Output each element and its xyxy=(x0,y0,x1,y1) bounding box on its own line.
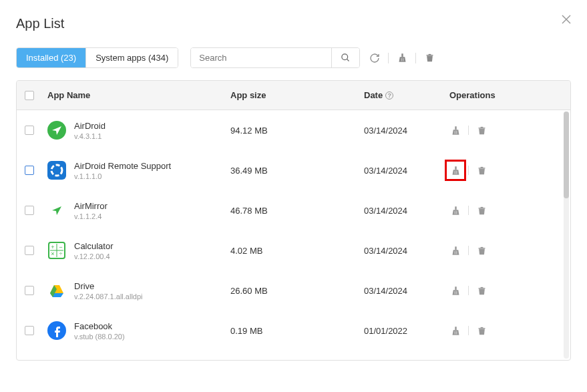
svg-rect-15 xyxy=(47,161,66,180)
app-version: v.4.3.1.1 xyxy=(74,132,106,140)
app-date: 01/01/2022 xyxy=(364,326,449,336)
close-button[interactable] xyxy=(562,15,571,24)
table-header: App Name App size Date? Operations xyxy=(17,81,570,110)
svg-line-3 xyxy=(347,59,349,61)
app-size: 94.12 MB xyxy=(230,126,364,136)
app-name: AirDroid xyxy=(74,121,106,131)
clear-cache-row-button[interactable] xyxy=(449,204,461,216)
app-date: 03/14/2024 xyxy=(364,286,449,296)
app-icon: +−×÷ xyxy=(47,241,66,260)
delete-button[interactable] xyxy=(423,51,436,65)
refresh-button[interactable] xyxy=(368,51,381,65)
row-checkbox[interactable] xyxy=(25,286,34,295)
broom-icon xyxy=(451,246,461,256)
app-version: v.stub (88.0.20) xyxy=(74,333,125,341)
app-icon xyxy=(47,321,66,340)
app-name: Facebook xyxy=(74,321,125,331)
table-row: Drive v.2.24.087.1.all.alldpi 26.60 MB 0… xyxy=(17,270,570,311)
header-date[interactable]: Date? xyxy=(364,90,449,100)
row-checkbox[interactable] xyxy=(25,246,34,255)
table-row: AirDroid Remote Support v.1.1.1.0 36.49 … xyxy=(17,150,570,190)
clear-cache-row-button[interactable] xyxy=(449,124,461,136)
trash-icon xyxy=(477,126,487,136)
svg-rect-43 xyxy=(455,286,457,290)
search-input[interactable] xyxy=(191,48,331,67)
delete-row-button[interactable] xyxy=(475,124,487,136)
search-button[interactable] xyxy=(331,48,359,67)
delete-row-button[interactable] xyxy=(475,244,487,256)
trash-icon xyxy=(477,246,487,256)
svg-rect-21 xyxy=(478,168,485,168)
tab-system-apps[interactable]: System apps (434) xyxy=(85,48,178,67)
scrollbar-thumb[interactable] xyxy=(564,112,569,198)
broom-icon xyxy=(451,206,461,216)
table-row: +−×÷ Calculator v.12.2.00.4 4.02 MB 03/1… xyxy=(17,230,570,270)
app-date: 03/14/2024 xyxy=(364,126,449,136)
trash-icon xyxy=(477,206,487,216)
divider xyxy=(468,166,469,175)
search-box xyxy=(190,47,360,68)
trash-icon xyxy=(477,326,487,336)
header-app-size[interactable]: App size xyxy=(230,90,364,100)
svg-rect-35 xyxy=(455,246,457,250)
delete-row-button[interactable] xyxy=(475,325,487,337)
broom-icon xyxy=(451,126,461,136)
delete-row-button[interactable] xyxy=(475,164,487,176)
svg-text:−: − xyxy=(59,244,62,250)
divider xyxy=(415,53,416,63)
row-checkbox[interactable] xyxy=(25,126,34,135)
svg-rect-39 xyxy=(478,248,485,248)
svg-rect-27 xyxy=(478,208,485,208)
app-name: Drive xyxy=(74,281,143,291)
svg-rect-8 xyxy=(426,55,433,55)
svg-point-2 xyxy=(342,54,348,60)
page-title: App List xyxy=(16,16,571,31)
delete-row-button[interactable] xyxy=(475,204,487,216)
app-icon xyxy=(47,201,66,220)
app-version: v.12.2.00.4 xyxy=(74,252,114,260)
svg-rect-49 xyxy=(455,327,457,330)
app-size: 4.02 MB xyxy=(230,246,364,256)
clear-cache-button[interactable] xyxy=(395,51,409,65)
app-table: App Name App size Date? Operations AirDr… xyxy=(16,80,571,361)
divider xyxy=(468,126,469,135)
svg-rect-23 xyxy=(455,206,457,210)
app-icon xyxy=(47,121,66,140)
tab-installed[interactable]: Installed (23) xyxy=(17,48,85,67)
app-version: v.2.24.087.1.all.alldpi xyxy=(74,292,143,301)
app-name: Calculator xyxy=(74,241,114,251)
row-checkbox[interactable] xyxy=(25,326,34,335)
row-checkbox[interactable] xyxy=(25,166,34,175)
trash-icon xyxy=(477,286,487,296)
app-size: 0.19 MB xyxy=(230,326,364,336)
delete-row-button[interactable] xyxy=(475,284,487,297)
help-icon[interactable]: ? xyxy=(385,91,393,100)
header-app-name[interactable]: App Name xyxy=(47,90,230,100)
header-operations: Operations xyxy=(449,90,562,100)
app-version: v.1.1.2.4 xyxy=(74,212,108,220)
svg-rect-4 xyxy=(401,53,403,57)
clear-cache-row-button[interactable] xyxy=(449,244,461,256)
table-row: Galaxy Wearable xyxy=(17,351,570,360)
svg-rect-47 xyxy=(478,288,485,288)
app-size: 46.78 MB xyxy=(230,206,364,216)
clear-cache-row-button[interactable] xyxy=(449,164,461,176)
search-icon xyxy=(341,53,351,63)
table-row: AirDroid v.4.3.1.1 94.12 MB 03/14/2024 xyxy=(17,110,570,150)
app-version: v.1.1.1.0 xyxy=(74,172,171,180)
broom-icon xyxy=(451,286,461,296)
refresh-icon xyxy=(369,53,380,63)
table-row: AirMirror v.1.1.2.4 46.78 MB 03/14/2024 xyxy=(17,190,570,230)
app-date: 03/14/2024 xyxy=(364,246,449,256)
clear-cache-row-button[interactable] xyxy=(449,325,461,337)
trash-icon xyxy=(425,53,435,63)
app-name: AirMirror xyxy=(74,201,108,211)
select-all-checkbox[interactable] xyxy=(25,91,34,100)
clear-cache-row-button[interactable] xyxy=(449,284,461,297)
svg-text:+: + xyxy=(51,244,54,250)
row-checkbox[interactable] xyxy=(25,206,34,215)
app-size: 36.49 MB xyxy=(230,166,364,176)
svg-text:÷: ÷ xyxy=(59,250,63,257)
scrollbar[interactable] xyxy=(564,112,569,359)
svg-text:×: × xyxy=(51,250,54,257)
